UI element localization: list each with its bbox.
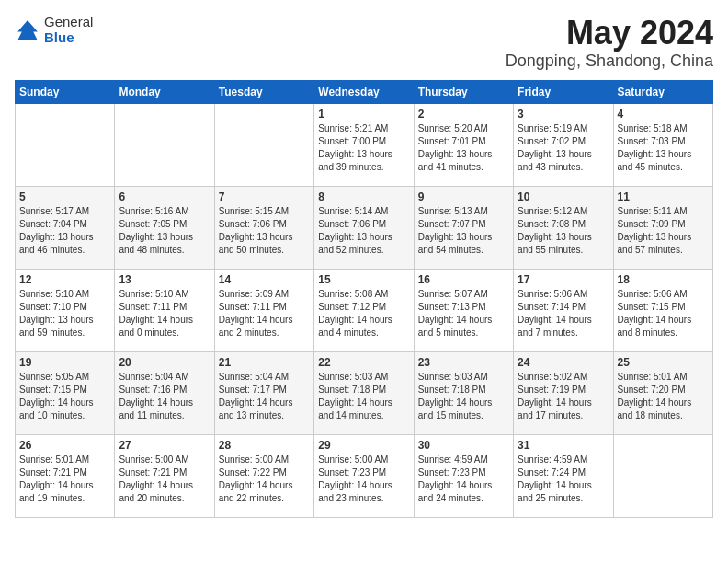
day-number: 7	[219, 190, 310, 203]
day-number: 5	[19, 190, 110, 203]
logo-icon	[15, 17, 40, 43]
weekday-header-friday: Friday	[514, 80, 613, 103]
day-detail: Sunrise: 5:13 AM Sunset: 7:07 PM Dayligh…	[418, 205, 509, 257]
svg-marker-0	[17, 20, 38, 40]
logo-general-text: General	[44, 15, 93, 30]
day-detail: Sunrise: 5:00 AM Sunset: 7:21 PM Dayligh…	[119, 454, 210, 505]
calendar-cell: 30Sunrise: 4:59 AM Sunset: 7:23 PM Dayli…	[414, 434, 513, 517]
day-detail: Sunrise: 5:18 AM Sunset: 7:03 PM Dayligh…	[618, 122, 709, 174]
weekday-header-saturday: Saturday	[613, 80, 712, 103]
calendar-cell	[115, 103, 214, 186]
calendar-cell: 7Sunrise: 5:15 AM Sunset: 7:06 PM Daylig…	[214, 186, 313, 269]
day-detail: Sunrise: 5:17 AM Sunset: 7:04 PM Dayligh…	[19, 205, 110, 257]
day-detail: Sunrise: 5:05 AM Sunset: 7:15 PM Dayligh…	[19, 371, 110, 422]
logo-text: General Blue	[44, 15, 93, 45]
day-number: 23	[418, 356, 509, 369]
day-detail: Sunrise: 5:20 AM Sunset: 7:01 PM Dayligh…	[418, 122, 509, 174]
day-detail: Sunrise: 5:10 AM Sunset: 7:10 PM Dayligh…	[19, 288, 110, 339]
day-number: 4	[618, 108, 709, 121]
calendar-cell: 28Sunrise: 5:00 AM Sunset: 7:22 PM Dayli…	[214, 434, 313, 517]
day-detail: Sunrise: 5:21 AM Sunset: 7:00 PM Dayligh…	[318, 122, 409, 174]
calendar-cell: 27Sunrise: 5:00 AM Sunset: 7:21 PM Dayli…	[115, 434, 214, 517]
day-detail: Sunrise: 5:00 AM Sunset: 7:22 PM Dayligh…	[219, 454, 310, 505]
day-number: 13	[119, 273, 210, 286]
calendar-cell: 18Sunrise: 5:06 AM Sunset: 7:15 PM Dayli…	[613, 269, 712, 351]
day-number: 11	[618, 190, 709, 203]
day-detail: Sunrise: 5:15 AM Sunset: 7:06 PM Dayligh…	[219, 205, 310, 257]
calendar-cell: 1Sunrise: 5:21 AM Sunset: 7:00 PM Daylig…	[314, 103, 414, 186]
day-detail: Sunrise: 5:04 AM Sunset: 7:16 PM Dayligh…	[119, 371, 210, 422]
weekday-header-tuesday: Tuesday	[214, 80, 313, 103]
calendar-cell: 21Sunrise: 5:04 AM Sunset: 7:17 PM Dayli…	[214, 351, 313, 434]
day-number: 1	[318, 108, 409, 121]
day-number: 18	[618, 273, 709, 286]
calendar-cell: 22Sunrise: 5:03 AM Sunset: 7:18 PM Dayli…	[314, 351, 414, 434]
day-detail: Sunrise: 5:06 AM Sunset: 7:14 PM Dayligh…	[518, 288, 609, 339]
day-detail: Sunrise: 4:59 AM Sunset: 7:23 PM Dayligh…	[418, 454, 509, 505]
calendar-cell: 14Sunrise: 5:09 AM Sunset: 7:11 PM Dayli…	[214, 269, 313, 351]
day-number: 10	[518, 190, 609, 203]
day-detail: Sunrise: 5:09 AM Sunset: 7:11 PM Dayligh…	[219, 288, 310, 339]
day-number: 12	[19, 273, 110, 286]
day-number: 15	[318, 273, 409, 286]
day-number: 26	[19, 439, 110, 452]
week-row-4: 19Sunrise: 5:05 AM Sunset: 7:15 PM Dayli…	[16, 351, 713, 434]
calendar-cell: 6Sunrise: 5:16 AM Sunset: 7:05 PM Daylig…	[115, 186, 214, 269]
day-detail: Sunrise: 5:11 AM Sunset: 7:09 PM Dayligh…	[618, 205, 709, 257]
calendar-cell: 25Sunrise: 5:01 AM Sunset: 7:20 PM Dayli…	[613, 351, 712, 434]
calendar-cell: 31Sunrise: 4:59 AM Sunset: 7:24 PM Dayli…	[514, 434, 613, 517]
logo-blue-text: Blue	[44, 30, 93, 46]
calendar-cell	[214, 103, 313, 186]
week-row-3: 12Sunrise: 5:10 AM Sunset: 7:10 PM Dayli…	[16, 269, 713, 351]
calendar-cell: 29Sunrise: 5:00 AM Sunset: 7:23 PM Dayli…	[314, 434, 414, 517]
header: General Blue May 2024 Dongping, Shandong…	[15, 15, 713, 71]
day-detail: Sunrise: 5:04 AM Sunset: 7:17 PM Dayligh…	[219, 371, 310, 422]
day-detail: Sunrise: 4:59 AM Sunset: 7:24 PM Dayligh…	[518, 454, 609, 505]
main-title: May 2024	[506, 15, 713, 52]
day-detail: Sunrise: 5:01 AM Sunset: 7:21 PM Dayligh…	[19, 454, 110, 505]
calendar-cell: 3Sunrise: 5:19 AM Sunset: 7:02 PM Daylig…	[514, 103, 613, 186]
day-detail: Sunrise: 5:12 AM Sunset: 7:08 PM Dayligh…	[518, 205, 609, 257]
weekday-header-thursday: Thursday	[414, 80, 513, 103]
day-detail: Sunrise: 5:14 AM Sunset: 7:06 PM Dayligh…	[318, 205, 409, 257]
day-number: 24	[518, 356, 609, 369]
day-number: 30	[418, 439, 509, 452]
weekday-header-sunday: Sunday	[16, 80, 115, 103]
day-detail: Sunrise: 5:02 AM Sunset: 7:19 PM Dayligh…	[518, 371, 609, 422]
calendar-cell: 15Sunrise: 5:08 AM Sunset: 7:12 PM Dayli…	[314, 269, 414, 351]
day-number: 22	[318, 356, 409, 369]
day-number: 9	[418, 190, 509, 203]
calendar-cell: 23Sunrise: 5:03 AM Sunset: 7:18 PM Dayli…	[414, 351, 513, 434]
week-row-5: 26Sunrise: 5:01 AM Sunset: 7:21 PM Dayli…	[16, 434, 713, 517]
calendar-cell: 16Sunrise: 5:07 AM Sunset: 7:13 PM Dayli…	[414, 269, 513, 351]
subtitle: Dongping, Shandong, China	[506, 52, 713, 71]
weekday-header-wednesday: Wednesday	[314, 80, 414, 103]
day-detail: Sunrise: 5:06 AM Sunset: 7:15 PM Dayligh…	[618, 288, 709, 339]
day-number: 8	[318, 190, 409, 203]
calendar-cell: 10Sunrise: 5:12 AM Sunset: 7:08 PM Dayli…	[514, 186, 613, 269]
day-detail: Sunrise: 5:01 AM Sunset: 7:20 PM Dayligh…	[618, 371, 709, 422]
day-number: 20	[119, 356, 210, 369]
day-number: 25	[618, 356, 709, 369]
calendar-cell: 13Sunrise: 5:10 AM Sunset: 7:11 PM Dayli…	[115, 269, 214, 351]
day-number: 27	[119, 439, 210, 452]
calendar-cell: 4Sunrise: 5:18 AM Sunset: 7:03 PM Daylig…	[613, 103, 712, 186]
day-detail: Sunrise: 5:16 AM Sunset: 7:05 PM Dayligh…	[119, 205, 210, 257]
calendar-cell: 12Sunrise: 5:10 AM Sunset: 7:10 PM Dayli…	[16, 269, 115, 351]
day-detail: Sunrise: 5:00 AM Sunset: 7:23 PM Dayligh…	[318, 454, 409, 505]
calendar-cell: 11Sunrise: 5:11 AM Sunset: 7:09 PM Dayli…	[613, 186, 712, 269]
calendar-cell	[613, 434, 712, 517]
calendar-table: SundayMondayTuesdayWednesdayThursdayFrid…	[15, 80, 713, 518]
day-number: 31	[518, 439, 609, 452]
calendar-cell	[16, 103, 115, 186]
day-detail: Sunrise: 5:19 AM Sunset: 7:02 PM Dayligh…	[518, 122, 609, 174]
day-number: 3	[518, 108, 609, 121]
calendar-cell: 19Sunrise: 5:05 AM Sunset: 7:15 PM Dayli…	[16, 351, 115, 434]
day-number: 16	[418, 273, 509, 286]
calendar-cell: 26Sunrise: 5:01 AM Sunset: 7:21 PM Dayli…	[16, 434, 115, 517]
day-number: 14	[219, 273, 310, 286]
weekday-header-row: SundayMondayTuesdayWednesdayThursdayFrid…	[16, 80, 713, 103]
weekday-header-monday: Monday	[115, 80, 214, 103]
day-number: 17	[518, 273, 609, 286]
day-number: 6	[119, 190, 210, 203]
